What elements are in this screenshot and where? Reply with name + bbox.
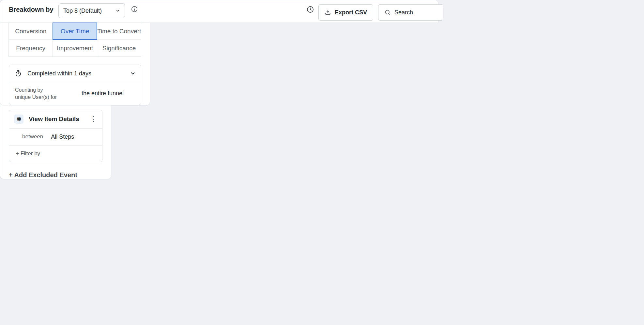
filter-by-button[interactable]: + Filter by [16,150,40,157]
kebab-menu-icon[interactable]: ⋮ [90,116,97,123]
breakdown-by-label: Breakdown by [9,6,54,13]
completed-within-label[interactable]: Completed within 1 days [27,70,91,77]
export-csv-button[interactable]: Export CSV [318,4,373,21]
search-icon [384,9,391,16]
chevron-down-icon[interactable] [130,70,136,76]
breakdown-select[interactable]: Top 8 (Default) [58,3,125,18]
measured-as-tabs: Conversion Over Time Time to Convert Fre… [9,23,141,57]
between-value-dropdown[interactable]: All Steps [51,133,74,140]
completed-within-card: Completed within 1 days Counting by uniq… [9,65,141,105]
search-button[interactable]: Search [378,4,443,21]
excluded-event-name[interactable]: View Item Details [29,116,79,123]
history-icon[interactable] [306,6,314,13]
info-icon[interactable] [131,6,138,13]
chevron-down-icon [115,8,120,13]
breakdown-panel: Breakdown by Top 8 (Default) Export CSV … [0,0,438,23]
stopwatch-icon [14,70,22,77]
tab-improvement[interactable]: Improvement [53,39,97,57]
tab-time-to-convert[interactable]: Time to Convert [97,23,141,40]
tab-conversion[interactable]: Conversion [8,23,53,40]
export-icon [325,9,331,16]
add-excluded-event-button[interactable]: + Add Excluded Event [9,171,102,179]
tab-frequency[interactable]: Frequency [8,39,53,57]
excluded-event-badge: ✱ [14,115,23,124]
counting-by-label: Counting by unique User(s) for [15,86,67,101]
tab-over-time[interactable]: Over Time [53,23,97,40]
tab-significance[interactable]: Significance [97,39,141,57]
between-label: between [22,133,43,140]
excluded-event-card: ✱ View Item Details ⋮ between All Steps … [9,110,102,162]
counting-by-value[interactable]: the entire funnel [82,90,124,97]
